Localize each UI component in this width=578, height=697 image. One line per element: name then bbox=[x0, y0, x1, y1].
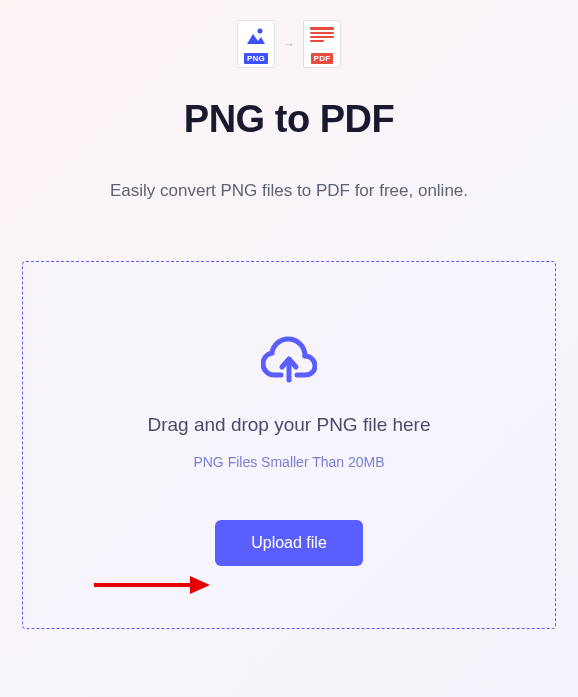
pdf-document-icon bbox=[310, 25, 334, 49]
upload-file-button[interactable]: Upload file bbox=[215, 520, 363, 566]
pdf-file-icon: PDF bbox=[303, 20, 341, 68]
page-subtitle: Easily convert PNG files to PDF for free… bbox=[0, 181, 578, 201]
file-type-icons: PNG → PDF bbox=[0, 20, 578, 68]
file-size-hint: PNG Files Smaller Than 20MB bbox=[43, 454, 535, 470]
upload-dropzone[interactable]: Drag and drop your PNG file here PNG Fil… bbox=[22, 261, 556, 629]
header-section: PNG → PDF PNG to PDF Easily convert PNG … bbox=[0, 0, 578, 201]
drag-drop-text: Drag and drop your PNG file here bbox=[43, 414, 535, 436]
page-title: PNG to PDF bbox=[0, 98, 578, 141]
png-image-icon bbox=[245, 25, 267, 47]
png-file-icon: PNG bbox=[237, 20, 275, 68]
svg-point-0 bbox=[258, 29, 263, 34]
arrow-right-icon: → bbox=[283, 37, 295, 51]
cloud-upload-icon bbox=[43, 332, 535, 384]
pdf-badge-label: PDF bbox=[311, 53, 334, 64]
png-badge-label: PNG bbox=[244, 53, 268, 64]
